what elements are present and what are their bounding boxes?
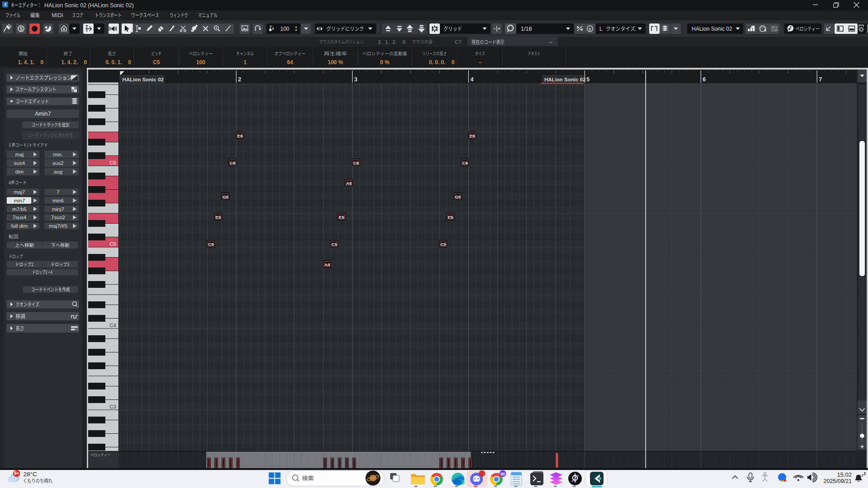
svg-text:Amin7: Amin7: [35, 111, 51, 117]
svg-text:3: 3: [354, 76, 357, 83]
svg-text:2: 2: [238, 76, 241, 83]
svg-text:C4: C4: [109, 323, 116, 328]
svg-text:sus4: sus4: [14, 160, 25, 166]
svg-text:4: 4: [470, 76, 473, 83]
svg-text:G5: G5: [222, 194, 228, 199]
svg-text:7sus2: 7sus2: [51, 215, 65, 220]
svg-text:--: --: [549, 39, 552, 45]
svg-text:C5: C5: [109, 241, 116, 247]
svg-text:C5: C5: [440, 242, 446, 247]
svg-text:100: 100: [196, 59, 205, 66]
svg-text:sus2: sus2: [52, 160, 63, 166]
svg-text:maj7/#5: maj7/#5: [49, 223, 67, 229]
svg-text:15:02: 15:02: [837, 471, 852, 478]
svg-text:64: 64: [287, 59, 293, 66]
svg-text:E5: E5: [216, 215, 221, 220]
svg-text:7: 7: [57, 189, 59, 195]
svg-text:28°C: 28°C: [24, 471, 37, 478]
svg-text:HALion Sonic 02: HALion Sonic 02: [123, 77, 164, 82]
svg-text:1: 1: [244, 59, 247, 66]
svg-text:–: –: [479, 59, 482, 66]
svg-text:C5: C5: [208, 242, 214, 247]
svg-text:aug: aug: [54, 169, 62, 174]
svg-text:C6: C6: [109, 160, 116, 165]
svg-text:7sus4: 7sus4: [13, 215, 27, 220]
svg-text:A4: A4: [324, 262, 330, 267]
svg-text:C7: C7: [455, 39, 462, 45]
svg-text:0. 0. 0. 0: 0. 0. 0. 0: [429, 59, 455, 66]
svg-text:minj7: minj7: [52, 206, 64, 212]
svg-text:90: 90: [500, 472, 505, 476]
svg-text:min6: min6: [52, 198, 64, 203]
svg-text:7: 7: [819, 76, 822, 83]
svg-text:E5: E5: [448, 215, 453, 220]
svg-text:C6: C6: [462, 160, 468, 165]
svg-text:E6: E6: [237, 133, 243, 138]
svg-text:L: L: [599, 26, 603, 32]
svg-text:S: S: [19, 27, 23, 32]
svg-text:min7: min7: [14, 198, 25, 203]
svg-text:0. 0. 1. 0: 0. 0. 1. 0: [105, 59, 131, 66]
svg-text:HALion Sonic 02 (HALion Sonic: HALion Sonic 02 (HALion Sonic 02): [44, 2, 134, 9]
svg-text:C5: C5: [332, 242, 338, 247]
svg-text:E5: E5: [339, 215, 344, 220]
svg-text:1/16: 1/16: [521, 26, 532, 32]
svg-text:dim: dim: [15, 169, 24, 174]
svg-text:z: z: [862, 473, 863, 477]
svg-text:6: 6: [703, 76, 706, 83]
svg-text:C6: C6: [230, 160, 236, 165]
svg-text:e: e: [589, 26, 591, 32]
svg-text:Z: Z: [863, 471, 866, 476]
svg-text:100 %: 100 %: [328, 59, 343, 66]
svg-text:2. 1. 2. 0: 2. 1. 2. 0: [378, 39, 406, 45]
svg-text:C3: C3: [109, 404, 116, 409]
svg-text:C5: C5: [153, 59, 160, 66]
svg-text:m7/b5: m7/b5: [12, 206, 27, 212]
svg-text:maj7: maj7: [14, 189, 25, 195]
svg-text:HALion Sonic 02: HALion Sonic 02: [544, 77, 585, 82]
svg-text:min.: min.: [53, 152, 63, 157]
svg-text:G5: G5: [455, 194, 461, 199]
svg-text:full dim: full dim: [11, 223, 28, 229]
svg-text:9+: 9+: [14, 471, 19, 476]
svg-text:MIDI: MIDI: [52, 12, 63, 19]
svg-text:maj: maj: [15, 152, 24, 157]
svg-text:1. 4. 1. 0: 1. 4. 1. 0: [18, 59, 43, 66]
svg-text:HALion Sonic 02: HALion Sonic 02: [692, 26, 732, 32]
svg-text:0 %: 0 %: [380, 59, 390, 66]
svg-text:A5: A5: [346, 181, 352, 186]
svg-text:100: 100: [280, 26, 289, 32]
svg-text:1. 4. 2. 0: 1. 4. 2. 0: [61, 59, 87, 66]
svg-text:C6: C6: [354, 160, 359, 165]
svg-text:E6: E6: [470, 133, 475, 138]
svg-text:5: 5: [586, 76, 590, 83]
svg-text:2025/09/21: 2025/09/21: [823, 478, 852, 484]
